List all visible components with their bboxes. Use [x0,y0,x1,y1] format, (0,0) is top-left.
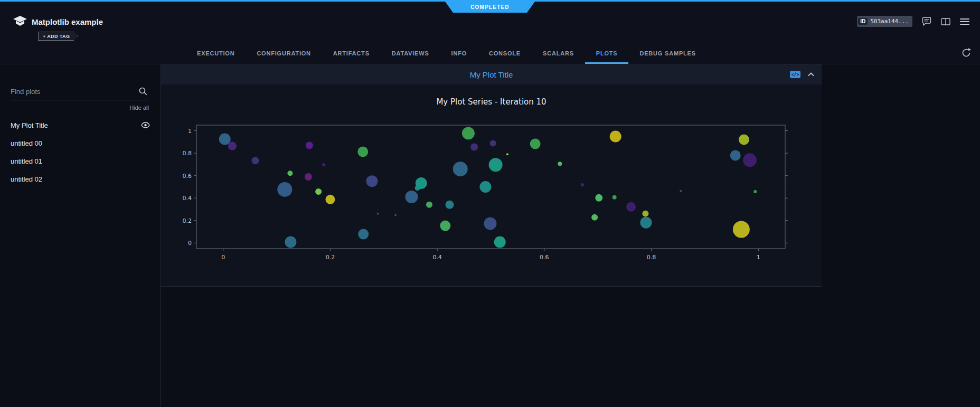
tab-label: CONSOLE [489,50,521,56]
tab-label: SCALARS [543,50,574,56]
tab[interactable]: CONSOLE [478,44,532,64]
svg-text:0.4: 0.4 [183,195,192,202]
search-input[interactable] [11,88,149,96]
status-label: COMPLETED [470,4,510,10]
header-actions: ID 503aa144... [857,16,969,27]
plot-card-header: My Plot Title </> [161,64,822,84]
plot-item-label: untitled 02 [11,175,42,183]
plot-list-item[interactable]: untitled 02 [0,170,161,188]
collapse-chevron-icon[interactable] [808,72,814,77]
tab[interactable]: DEBUG SAMPLES [628,44,706,64]
plot-card: My Plot Title </> My Plot Series - Itera… [161,64,822,287]
plot-item-label: untitled 01 [11,157,42,165]
svg-text:0: 0 [221,254,225,261]
tab[interactable]: SCALARS [532,44,585,64]
plot-item-label: untitled 00 [11,139,42,147]
tab-label: DEBUG SAMPLES [639,50,695,56]
plot-list: My Plot Title untitled 00 [0,116,161,188]
tab-label: EXECUTION [197,50,234,56]
main-area: My Plot Title </> My Plot Series - Itera… [161,64,980,407]
tab-label: PLOTS [596,50,618,56]
status-ribbon: COMPLETED [445,2,535,13]
plot-list-item[interactable]: untitled 01 [0,152,161,170]
tab-label: ARTIFACTS [333,50,370,56]
plot-item-label: My Plot Title [11,121,48,129]
menu-icon[interactable] [960,18,969,25]
plot-card-actions: </> [790,71,814,78]
tab-label: CONFIGURATION [257,50,310,56]
plot-card-body: My Plot Series - Iteration 10 00.20.40.6… [161,84,822,286]
svg-text:0.8: 0.8 [183,150,192,157]
svg-text:0.2: 0.2 [326,254,335,261]
plot-list-item[interactable]: untitled 00 [0,134,161,152]
hide-all-link[interactable]: Hide all [0,105,149,111]
content-area: Hide all My Plot Title [0,64,980,407]
top-accent-line [0,0,980,2]
app-window: COMPLETED Matplotlib example + ADD TAG I… [0,0,980,407]
svg-text:0: 0 [188,240,192,247]
svg-text:0.4: 0.4 [432,254,442,261]
svg-text:1: 1 [757,254,760,261]
tab[interactable]: EXECUTION [186,44,246,64]
tab[interactable]: CONFIGURATION [246,44,322,64]
app-logo-icon[interactable] [13,15,27,28]
experiment-id-chip[interactable]: ID 503aa144... [857,16,912,27]
comment-icon[interactable] [922,17,931,26]
add-tag-button[interactable]: + ADD TAG [38,32,78,41]
plots-sidebar: Hide all My Plot Title [0,64,161,407]
tab-label: DATAVIEWS [392,50,429,56]
plot-list-item[interactable]: My Plot Title [0,116,161,134]
auto-refresh-icon[interactable] [961,48,972,58]
plot-panel-title: My Plot Title [161,70,822,79]
code-icon[interactable]: </> [790,71,800,78]
chart-title: My Plot Series - Iteration 10 [161,84,822,107]
tab-label: INFO [451,50,467,56]
svg-text:0.6: 0.6 [540,254,549,261]
tab[interactable]: PLOTS [585,44,629,64]
search-icon[interactable] [138,87,148,98]
svg-text:0.6: 0.6 [183,173,192,179]
svg-text:0.2: 0.2 [183,217,192,224]
eye-icon[interactable] [141,122,150,128]
tab-bar: EXECUTION CONFIGURATION ARTIFACTS DATAVI… [186,44,707,64]
search-row [11,87,149,100]
id-label: ID [858,18,868,25]
svg-text:0.8: 0.8 [647,254,656,261]
panel-layout-icon[interactable] [941,18,950,25]
tab[interactable]: INFO [440,44,478,64]
experiment-title: Matplotlib example [32,17,103,26]
id-value: 503aa144... [870,18,911,25]
svg-text:1: 1 [188,128,192,135]
tab[interactable]: ARTIFACTS [322,44,381,64]
tab[interactable]: DATAVIEWS [381,44,440,64]
scatter-chart[interactable]: 00.20.40.60.8100.20.40.60.81 [161,119,821,278]
